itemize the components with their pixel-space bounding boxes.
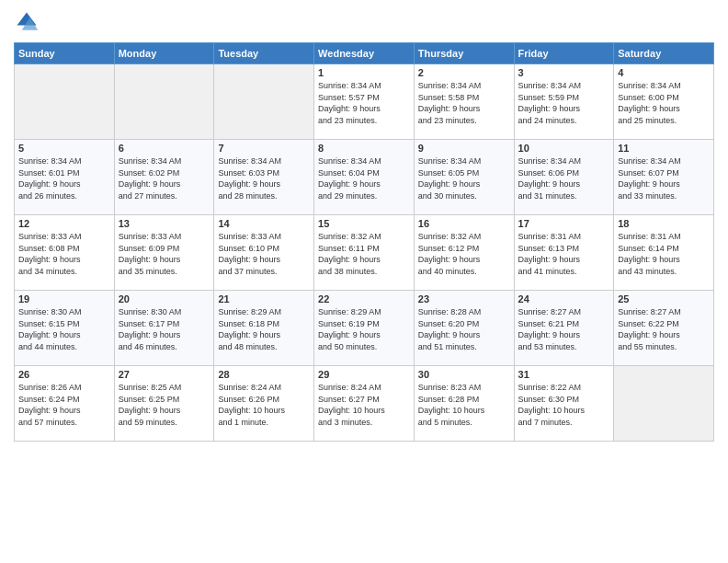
calendar-day-cell: 27Sunrise: 8:25 AM Sunset: 6:25 PM Dayli…: [114, 366, 214, 442]
calendar-header-row: SundayMondayTuesdayWednesdayThursdayFrid…: [15, 43, 714, 64]
day-number: 24: [518, 293, 610, 304]
day-number: 12: [18, 218, 110, 229]
calendar-day-cell: 9Sunrise: 8:34 AM Sunset: 6:05 PM Daylig…: [414, 140, 514, 215]
calendar-day-cell: 18Sunrise: 8:31 AM Sunset: 6:14 PM Dayli…: [614, 215, 714, 291]
calendar-table: SundayMondayTuesdayWednesdayThursdayFrid…: [14, 42, 714, 442]
day-number: 5: [18, 143, 110, 154]
day-number: 13: [119, 218, 210, 229]
day-number: 28: [218, 369, 310, 380]
day-number: 17: [518, 218, 610, 229]
calendar-day-cell: 4Sunrise: 8:34 AM Sunset: 6:00 PM Daylig…: [614, 64, 714, 140]
calendar-day-cell: 23Sunrise: 8:28 AM Sunset: 6:20 PM Dayli…: [414, 291, 514, 366]
day-number: 30: [418, 369, 510, 380]
calendar-day-cell: [114, 64, 214, 140]
day-number: 2: [418, 67, 510, 78]
day-info: Sunrise: 8:31 AM Sunset: 6:13 PM Dayligh…: [518, 231, 610, 277]
day-info: Sunrise: 8:34 AM Sunset: 6:04 PM Dayligh…: [318, 155, 410, 201]
calendar-day-cell: 6Sunrise: 8:34 AM Sunset: 6:02 PM Daylig…: [114, 140, 214, 215]
day-number: 29: [318, 369, 410, 380]
day-number: 16: [418, 218, 510, 229]
calendar-week-row: 19Sunrise: 8:30 AM Sunset: 6:15 PM Dayli…: [15, 291, 714, 366]
day-number: 21: [218, 293, 310, 304]
day-number: 18: [618, 218, 710, 229]
calendar-day-cell: 25Sunrise: 8:27 AM Sunset: 6:22 PM Dayli…: [614, 291, 714, 366]
calendar-day-cell: [15, 64, 115, 140]
day-info: Sunrise: 8:34 AM Sunset: 6:02 PM Dayligh…: [119, 155, 210, 201]
calendar-day-cell: 21Sunrise: 8:29 AM Sunset: 6:18 PM Dayli…: [214, 291, 314, 366]
day-number: 25: [618, 293, 710, 304]
day-number: 8: [318, 143, 410, 154]
day-number: 27: [119, 369, 210, 380]
day-info: Sunrise: 8:31 AM Sunset: 6:14 PM Dayligh…: [618, 231, 710, 277]
calendar-week-row: 26Sunrise: 8:26 AM Sunset: 6:24 PM Dayli…: [15, 366, 714, 442]
calendar-day-cell: 2Sunrise: 8:34 AM Sunset: 5:58 PM Daylig…: [414, 64, 514, 140]
calendar-day-cell: 17Sunrise: 8:31 AM Sunset: 6:13 PM Dayli…: [514, 215, 614, 291]
calendar-day-cell: 20Sunrise: 8:30 AM Sunset: 6:17 PM Dayli…: [114, 291, 214, 366]
calendar-day-cell: 14Sunrise: 8:33 AM Sunset: 6:10 PM Dayli…: [214, 215, 314, 291]
day-number: 4: [618, 67, 710, 78]
calendar-day-cell: 3Sunrise: 8:34 AM Sunset: 5:59 PM Daylig…: [514, 64, 614, 140]
day-number: 20: [119, 293, 210, 304]
calendar-day-cell: 31Sunrise: 8:22 AM Sunset: 6:30 PM Dayli…: [514, 366, 614, 442]
header: [14, 9, 714, 35]
day-number: 15: [318, 218, 410, 229]
calendar-day-cell: [214, 64, 314, 140]
day-info: Sunrise: 8:25 AM Sunset: 6:25 PM Dayligh…: [119, 382, 210, 428]
day-info: Sunrise: 8:32 AM Sunset: 6:12 PM Dayligh…: [418, 231, 510, 277]
day-info: Sunrise: 8:34 AM Sunset: 6:07 PM Dayligh…: [618, 155, 710, 201]
day-number: 23: [418, 293, 510, 304]
calendar-day-header: Sunday: [15, 43, 115, 64]
calendar-day-cell: 16Sunrise: 8:32 AM Sunset: 6:12 PM Dayli…: [414, 215, 514, 291]
calendar-day-header: Tuesday: [214, 43, 314, 64]
day-number: 14: [218, 218, 310, 229]
day-number: 6: [119, 143, 210, 154]
day-number: 1: [318, 67, 410, 78]
day-info: Sunrise: 8:29 AM Sunset: 6:18 PM Dayligh…: [218, 306, 310, 352]
calendar-day-cell: 29Sunrise: 8:24 AM Sunset: 6:27 PM Dayli…: [314, 366, 415, 442]
day-number: 22: [318, 293, 410, 304]
calendar-day-cell: [614, 366, 714, 442]
day-info: Sunrise: 8:34 AM Sunset: 5:58 PM Dayligh…: [418, 80, 510, 126]
day-info: Sunrise: 8:34 AM Sunset: 6:05 PM Dayligh…: [418, 155, 510, 201]
calendar-day-header: Wednesday: [314, 43, 415, 64]
day-number: 3: [518, 67, 610, 78]
calendar-day-cell: 1Sunrise: 8:34 AM Sunset: 5:57 PM Daylig…: [314, 64, 415, 140]
day-number: 7: [218, 143, 310, 154]
day-info: Sunrise: 8:30 AM Sunset: 6:15 PM Dayligh…: [18, 306, 110, 352]
calendar-week-row: 12Sunrise: 8:33 AM Sunset: 6:08 PM Dayli…: [15, 215, 714, 291]
calendar-day-header: Monday: [114, 43, 214, 64]
logo: [14, 9, 43, 35]
day-info: Sunrise: 8:28 AM Sunset: 6:20 PM Dayligh…: [418, 306, 510, 352]
day-number: 11: [618, 143, 710, 154]
day-info: Sunrise: 8:33 AM Sunset: 6:09 PM Dayligh…: [119, 231, 210, 277]
day-info: Sunrise: 8:34 AM Sunset: 5:59 PM Dayligh…: [518, 80, 610, 126]
calendar-day-cell: 22Sunrise: 8:29 AM Sunset: 6:19 PM Dayli…: [314, 291, 415, 366]
day-info: Sunrise: 8:26 AM Sunset: 6:24 PM Dayligh…: [18, 382, 110, 428]
calendar-day-cell: 7Sunrise: 8:34 AM Sunset: 6:03 PM Daylig…: [214, 140, 314, 215]
day-info: Sunrise: 8:30 AM Sunset: 6:17 PM Dayligh…: [119, 306, 210, 352]
day-info: Sunrise: 8:29 AM Sunset: 6:19 PM Dayligh…: [318, 306, 410, 352]
day-info: Sunrise: 8:34 AM Sunset: 6:00 PM Dayligh…: [618, 80, 710, 126]
calendar-day-header: Saturday: [614, 43, 714, 64]
day-info: Sunrise: 8:34 AM Sunset: 6:01 PM Dayligh…: [18, 155, 110, 201]
day-info: Sunrise: 8:33 AM Sunset: 6:08 PM Dayligh…: [18, 231, 110, 277]
calendar-day-cell: 15Sunrise: 8:32 AM Sunset: 6:11 PM Dayli…: [314, 215, 415, 291]
calendar-day-cell: 13Sunrise: 8:33 AM Sunset: 6:09 PM Dayli…: [114, 215, 214, 291]
day-info: Sunrise: 8:24 AM Sunset: 6:26 PM Dayligh…: [218, 382, 310, 428]
day-number: 9: [418, 143, 510, 154]
calendar-week-row: 5Sunrise: 8:34 AM Sunset: 6:01 PM Daylig…: [15, 140, 714, 215]
calendar-day-cell: 5Sunrise: 8:34 AM Sunset: 6:01 PM Daylig…: [15, 140, 115, 215]
calendar-day-cell: 24Sunrise: 8:27 AM Sunset: 6:21 PM Dayli…: [514, 291, 614, 366]
calendar-day-cell: 12Sunrise: 8:33 AM Sunset: 6:08 PM Dayli…: [15, 215, 115, 291]
day-info: Sunrise: 8:22 AM Sunset: 6:30 PM Dayligh…: [518, 382, 610, 428]
day-info: Sunrise: 8:32 AM Sunset: 6:11 PM Dayligh…: [318, 231, 410, 277]
day-info: Sunrise: 8:24 AM Sunset: 6:27 PM Dayligh…: [318, 382, 410, 428]
calendar-day-cell: 30Sunrise: 8:23 AM Sunset: 6:28 PM Dayli…: [414, 366, 514, 442]
day-info: Sunrise: 8:34 AM Sunset: 5:57 PM Dayligh…: [318, 80, 410, 126]
calendar-day-cell: 28Sunrise: 8:24 AM Sunset: 6:26 PM Dayli…: [214, 366, 314, 442]
day-number: 10: [518, 143, 610, 154]
day-number: 26: [18, 369, 110, 380]
calendar-day-cell: 26Sunrise: 8:26 AM Sunset: 6:24 PM Dayli…: [15, 366, 115, 442]
day-info: Sunrise: 8:27 AM Sunset: 6:21 PM Dayligh…: [518, 306, 610, 352]
calendar-day-cell: 8Sunrise: 8:34 AM Sunset: 6:04 PM Daylig…: [314, 140, 415, 215]
